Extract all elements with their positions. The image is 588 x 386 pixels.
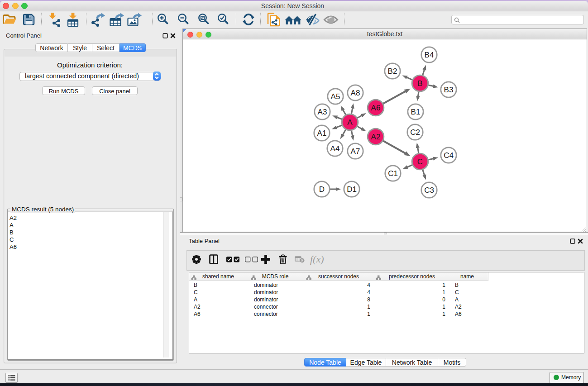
svg-text:A8: A8: [351, 89, 360, 97]
svg-text:C4: C4: [444, 151, 454, 160]
svg-text:B1: B1: [411, 108, 421, 116]
svg-text:A5: A5: [331, 92, 340, 101]
svg-text:B2: B2: [388, 67, 397, 76]
svg-text:A2: A2: [371, 133, 381, 141]
svg-text:A: A: [347, 118, 353, 127]
svg-text:D1: D1: [347, 185, 357, 194]
svg-text:A3: A3: [318, 108, 327, 116]
svg-text:D: D: [319, 185, 325, 194]
svg-text:A7: A7: [351, 147, 360, 156]
svg-text:B: B: [417, 79, 422, 88]
svg-text:C2: C2: [410, 128, 420, 137]
svg-text:A6: A6: [371, 104, 381, 112]
svg-text:B4: B4: [425, 51, 434, 59]
svg-text:C: C: [417, 157, 423, 166]
svg-text:B3: B3: [444, 86, 454, 94]
svg-text:C3: C3: [424, 186, 434, 195]
svg-text:A4: A4: [330, 144, 340, 153]
svg-text:C1: C1: [388, 169, 398, 178]
svg-text:A1: A1: [317, 129, 327, 138]
